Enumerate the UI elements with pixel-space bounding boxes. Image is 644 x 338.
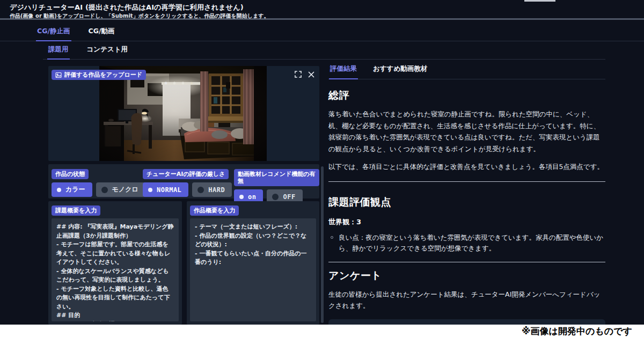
scrollbar-thumb[interactable] (321, 166, 324, 323)
purpose-tabs: 課題用 コンテスト用 (43, 45, 605, 60)
results-tabs: 評価結果 おすすめ動画教材 (328, 64, 605, 79)
artwork-summary-textarea[interactable]: - テーマ（一文または短いフレーズ）: - 作品の世界観の設定（いつ？どこで？な… (190, 218, 316, 321)
tab-contest[interactable]: コンテスト用 (86, 45, 129, 59)
app-header: デジハリチューターAI (提出された作品はAIの再学習に利用されません) 作品(… (0, 0, 644, 20)
bullet-icon (331, 236, 333, 239)
radio-dot (148, 188, 152, 192)
overall-paragraph-1: 落ち着いた色合いでまとめられた寝室の静止画ですね。限られた空間の中に、ベッド、机… (328, 108, 605, 155)
image-icon (55, 72, 62, 78)
assignment-summary-textarea[interactable]: ## 内容: 『写実表現』Mayaモデリング静止画課題（3か月課題制作） - モ… (52, 218, 179, 321)
group-artwork-state: 作品の状態 カラー モノクロ (52, 168, 145, 197)
strictness-label: チューターAIの評価の厳しさ (143, 169, 229, 179)
results-panel: 評価結果 おすすめ動画教材 総評 落ち着いた色合いでまとめられた寝室の静止画です… (328, 64, 605, 325)
fullscreen-icon[interactable] (294, 70, 302, 78)
tab-recommended-videos[interactable]: おすすめ動画教材 (372, 64, 428, 79)
radio-dot (197, 187, 204, 193)
criteria-heading: 課題評価観点 (328, 195, 605, 209)
overall-paragraph-2: 以下では、各項目ごとに具体的な評価と改善点を見ていきましょう。各項目5点満点です… (328, 161, 605, 173)
recommend-label: 動画教材レコメンド機能の有無 (234, 169, 319, 186)
tab-assignment[interactable]: 課題用 (47, 45, 70, 60)
upload-preview-panel[interactable]: 評価する作品をアップロード (48, 66, 319, 161)
app-window: デジハリチューターAI (提出された作品はAIの再学習に利用されません) 作品(… (0, 0, 644, 325)
page: デジハリチューターAI (提出された作品はAIの再学習に利用されません) 作品(… (0, 0, 644, 338)
radio-dot (239, 195, 244, 199)
artwork-summary-panel: 作品概要を入力 - テーマ（一文または短いフレーズ）: - 作品の世界観の設定（… (187, 201, 319, 325)
option-normal[interactable]: NORMAL (143, 182, 188, 197)
artwork-summary-badge: 作品概要を入力 (190, 205, 239, 216)
radio-dot (272, 194, 279, 200)
group-recommend: 動画教材レコメンド機能の有無 on OFF (234, 168, 319, 204)
page-subtitle: 作品(画像 or 動画)をアップロードし、「Submit」ボタンをクリックすると… (10, 12, 269, 20)
tab-cg-video[interactable]: CG/動画 (87, 27, 116, 41)
upload-badge[interactable]: 評価する作品をアップロード (52, 70, 146, 80)
options-panel: 作品の状態 カラー モノクロ チューターAIの評価の厳しさ NORMAL HAR… (48, 164, 319, 199)
close-icon[interactable] (307, 70, 315, 78)
media-type-tabs: CG/静止画 CG/動画 (0, 27, 644, 41)
option-monochrome[interactable]: モノクロ (96, 182, 145, 197)
uploaded-artwork-image (99, 66, 267, 161)
option-hard[interactable]: HARD (192, 182, 232, 197)
divider (328, 262, 605, 262)
footer-note-bar: ※画像は開発中のものです (0, 325, 644, 338)
criteria-item-worldview: 世界観：3 (328, 217, 605, 227)
assignment-summary-badge: 課題概要を入力 (52, 205, 100, 216)
artwork-state-label: 作品の状態 (52, 169, 89, 179)
radio-dot (57, 188, 61, 192)
overall-heading: 総評 (328, 89, 605, 102)
criteria-bullet-text: 良い点：夜の寝室という落ち着いた雰囲気が表現できています。家具の配置や色使いから… (339, 232, 605, 254)
group-strictness: チューターAIの評価の厳しさ NORMAL HARD (143, 168, 232, 197)
survey-heading: アンケート (328, 269, 605, 283)
assignment-summary-panel: 課題概要を入力 ## 内容: 『写実表現』Mayaモデリング静止画課題（3か月課… (48, 201, 182, 325)
page-title: デジハリチューターAI (提出された作品はAIの再学習に利用されません) (10, 3, 244, 12)
criteria-bullet-row: 良い点：夜の寝室という落ち着いた雰囲気が表現できています。家具の配置や色使いから… (328, 232, 605, 254)
survey-description: 生徒の皆様から提出されたアンケート結果は、チューターAI開発メンバーへフィードバ… (328, 289, 605, 312)
radio-dot (101, 187, 108, 193)
tab-evaluation-result[interactable]: 評価結果 (329, 64, 358, 79)
tab-cg-still[interactable]: CG/静止画 (36, 27, 71, 41)
survey-card: 氏名 チューターAIの評価 👍 Good 👎 Bad (328, 319, 605, 325)
development-note: ※画像は開発中のものです (522, 325, 632, 337)
divider (328, 181, 605, 182)
option-color[interactable]: カラー (52, 182, 92, 197)
